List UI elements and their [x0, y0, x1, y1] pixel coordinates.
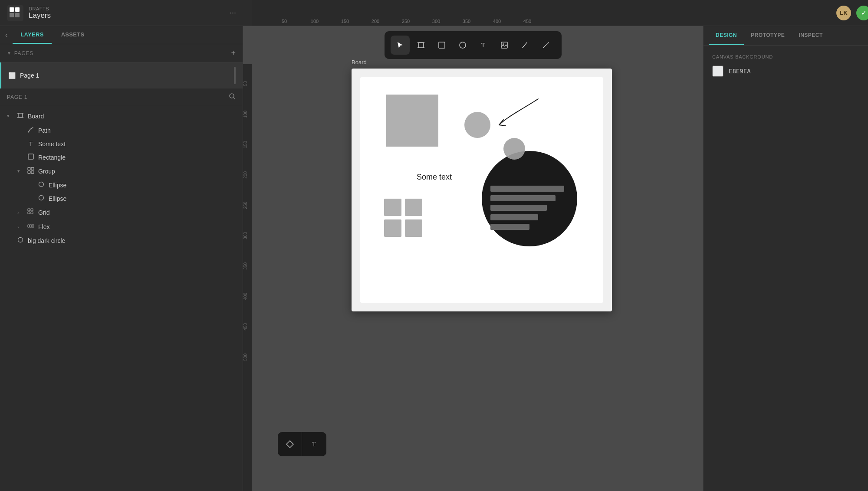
layer-name-some-text: Some text	[38, 141, 236, 147]
tab-assets[interactable]: ASSETS	[53, 26, 92, 44]
layer-item-some-text[interactable]: T Some text	[0, 137, 243, 151]
svg-rect-17	[31, 171, 34, 173]
ruler-v-tick-200: 200	[243, 160, 252, 190]
bottom-tool-text[interactable]: T	[302, 432, 326, 456]
layer-name-board: Board	[28, 113, 236, 120]
svg-point-19	[39, 196, 44, 200]
ruler-v-tick-350: 350	[243, 251, 252, 281]
page-item-page1[interactable]: ⬜ Page 1	[0, 62, 243, 88]
svg-rect-4	[15, 13, 20, 17]
canvas-circle-on-big[interactable]	[503, 138, 525, 160]
layer-name-ellipse1: Ellipse	[49, 182, 236, 189]
flex-icon	[27, 223, 35, 231]
pen-icon	[27, 126, 35, 134]
ruler-v-tick-150: 150	[243, 129, 252, 160]
ruler-corner	[243, 0, 252, 26]
toolbar-row: T	[243, 26, 703, 64]
text-tool-button[interactable]: T	[474, 36, 493, 55]
right-tab-row: DESIGN PROTOTYPE INSPECT	[704, 26, 868, 46]
layer-item-flex[interactable]: › Flex	[0, 219, 243, 234]
layer-item-ellipse2[interactable]: Ellipse	[0, 192, 243, 205]
svg-rect-1	[10, 7, 14, 12]
sidebar-back-button[interactable]: ‹	[5, 31, 7, 39]
layer-item-path[interactable]: Path	[0, 123, 243, 137]
svg-point-18	[39, 182, 44, 187]
tab-prototype[interactable]: PROTOTYPE	[744, 26, 792, 45]
layer-item-grid[interactable]: › Grid	[0, 205, 243, 219]
ruler-tick-100: 100	[299, 19, 330, 24]
image-tool-button[interactable]	[495, 36, 514, 55]
svg-rect-2	[15, 7, 20, 12]
page-name: Page 1	[20, 72, 39, 79]
left-sidebar: ‹ LAYERS ASSETS ▼ PAGES + ⬜ Page 1 PAGE …	[0, 26, 243, 491]
sidebar-scrollbar[interactable]	[234, 67, 236, 84]
app-menu-button[interactable]: ···	[230, 8, 236, 17]
app-logo	[7, 5, 23, 21]
bottom-toolbar: T	[278, 432, 326, 456]
svg-rect-20	[28, 209, 30, 211]
ruler-v-tick-500: 500	[243, 342, 252, 372]
expand-arrow-board[interactable]: ▾	[7, 113, 13, 119]
stripe-3	[490, 205, 547, 211]
svg-rect-15	[31, 167, 34, 170]
add-page-button[interactable]: +	[231, 49, 236, 58]
group-icon	[27, 167, 35, 175]
pages-collapse-arrow[interactable]: ▼	[7, 51, 12, 56]
frame-label: Board	[352, 59, 367, 65]
user-avatar[interactable]: LK	[836, 6, 851, 20]
layer-item-rectangle[interactable]: Rectangle	[0, 151, 243, 164]
svg-rect-0	[7, 5, 23, 21]
canvas-bg-section: CANVAS BACKGROUND E8E9EA	[704, 46, 868, 85]
check-avatar[interactable]: ✓	[856, 6, 868, 20]
ruler-v-tick-300: 300	[243, 220, 252, 251]
expand-arrow-group[interactable]: ▾	[17, 168, 23, 174]
layer-item-group[interactable]: ▾ Group	[0, 164, 243, 178]
canvas-rectangle-shape[interactable]	[386, 95, 438, 147]
svg-point-12	[28, 131, 30, 133]
pen-tool-button[interactable]	[516, 36, 535, 55]
layer-name-path: Path	[38, 127, 236, 134]
tab-design[interactable]: DESIGN	[709, 26, 744, 45]
expand-arrow-flex[interactable]: ›	[17, 224, 23, 229]
canvas-bg-swatch[interactable]	[712, 65, 723, 77]
svg-point-37	[503, 43, 504, 45]
layer-item-big-dark-circle[interactable]: big dark circle	[0, 234, 243, 247]
rect-tool-button[interactable]	[432, 36, 451, 55]
svg-rect-7	[18, 113, 23, 118]
ruler-tick-250: 250	[391, 19, 421, 24]
layer-name-big-dark-circle: big dark circle	[28, 237, 236, 244]
canvas-viewport[interactable]: 50 100 150 200 250 300 350 400 450 500 B…	[243, 64, 703, 491]
frame-tool-button[interactable]	[411, 36, 431, 55]
path-tool-button[interactable]	[536, 36, 556, 55]
expand-arrow-grid[interactable]: ›	[17, 210, 23, 215]
grid-cell-2	[405, 199, 422, 216]
app-title-block: DRAFTS Layers	[29, 6, 230, 20]
ruler-tick-450: 450	[512, 19, 542, 24]
app-name: Layers	[29, 11, 230, 20]
top-ruler-area: 50 100 150 200 250 300 350 400 450 LK ✓ …	[243, 0, 868, 26]
canvas-circle-small[interactable]	[464, 112, 490, 138]
ruler-v-tick-100: 100	[243, 99, 252, 129]
canvas-bg-color-value[interactable]: E8E9EA	[729, 68, 751, 75]
toolbar: T	[385, 31, 562, 59]
svg-rect-24	[28, 225, 30, 227]
layer-item-ellipse1[interactable]: Ellipse	[0, 178, 243, 192]
circle-tool-button[interactable]	[453, 36, 472, 55]
tab-layers[interactable]: LAYERS	[13, 26, 51, 44]
svg-rect-22	[28, 212, 30, 214]
search-layers-button[interactable]	[229, 93, 236, 101]
bottom-tool-diamond[interactable]	[278, 432, 302, 456]
circle-icon-3	[16, 237, 24, 244]
layer-item-board[interactable]: ▾ Board	[0, 109, 243, 123]
layer-name-flex: Flex	[38, 223, 236, 230]
svg-rect-3	[10, 13, 14, 17]
tab-inspect[interactable]: INSPECT	[792, 26, 830, 45]
canvas-frame[interactable]: Board Some text	[352, 69, 612, 311]
canvas-grid-shape[interactable]	[384, 199, 422, 237]
select-tool-button[interactable]	[391, 36, 410, 55]
canvas-text-label: Some text	[417, 173, 452, 182]
circle-icon-2	[37, 195, 45, 202]
canvas-big-dark-circle[interactable]	[482, 151, 577, 246]
text-icon: T	[27, 141, 35, 147]
stripe-2	[490, 195, 556, 201]
